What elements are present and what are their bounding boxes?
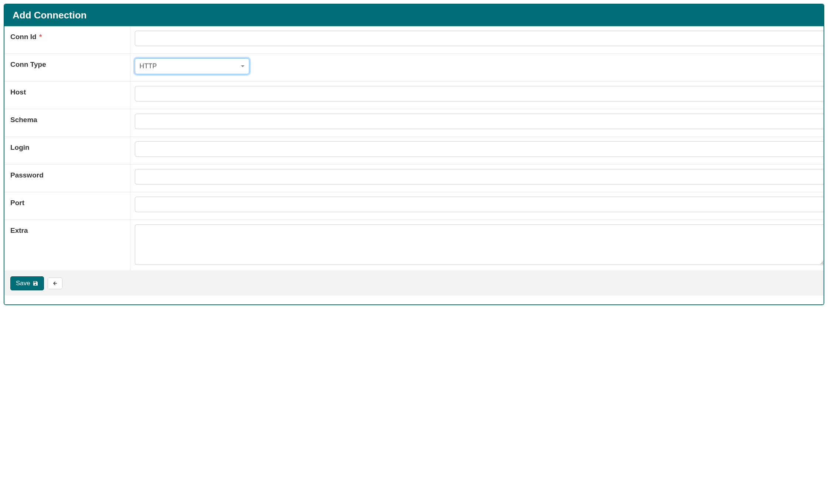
row-login: Login bbox=[4, 137, 824, 165]
save-icon bbox=[32, 280, 38, 286]
label-port: Port bbox=[4, 192, 130, 220]
cell-password-input bbox=[130, 165, 824, 192]
schema-input[interactable] bbox=[135, 114, 824, 129]
label-conn-type: Conn Type bbox=[4, 54, 130, 82]
label-schema: Schema bbox=[4, 109, 130, 137]
label-conn-id: Conn Id * bbox=[4, 26, 130, 54]
panel-title: Add Connection bbox=[4, 4, 824, 26]
required-indicator: * bbox=[39, 33, 42, 41]
row-host: Host bbox=[4, 82, 824, 109]
save-button-label: Save bbox=[16, 280, 30, 287]
footer-spacer bbox=[4, 296, 824, 304]
save-button[interactable]: Save bbox=[10, 276, 44, 290]
row-port: Port bbox=[4, 192, 824, 220]
back-button[interactable] bbox=[48, 277, 62, 289]
row-schema: Schema bbox=[4, 109, 824, 137]
cell-login-input bbox=[130, 137, 824, 165]
host-input[interactable] bbox=[135, 86, 824, 101]
chevron-down-icon bbox=[241, 65, 244, 67]
label-conn-id-text: Conn Id bbox=[10, 33, 37, 41]
row-extra: Extra bbox=[4, 220, 824, 271]
password-input[interactable] bbox=[135, 169, 824, 184]
form-table: Conn Id * Conn Type HTTP Host Schem bbox=[4, 26, 824, 271]
conn-type-select[interactable]: HTTP bbox=[135, 58, 249, 74]
conn-type-selected-text: HTTP bbox=[140, 62, 157, 70]
cell-port-input bbox=[130, 192, 824, 220]
extra-textarea[interactable] bbox=[135, 224, 824, 265]
label-host: Host bbox=[4, 82, 130, 109]
row-conn-type: Conn Type HTTP bbox=[4, 54, 824, 82]
cell-host-input bbox=[130, 82, 824, 109]
add-connection-panel: Add Connection Conn Id * Conn Type HTTP … bbox=[4, 4, 824, 305]
row-password: Password bbox=[4, 165, 824, 192]
label-extra: Extra bbox=[4, 220, 130, 271]
cell-conn-type-input: HTTP bbox=[130, 54, 824, 82]
arrow-left-icon bbox=[52, 281, 58, 286]
cell-extra-input bbox=[130, 220, 824, 271]
label-password: Password bbox=[4, 165, 130, 192]
row-conn-id: Conn Id * bbox=[4, 26, 824, 54]
panel-footer: Save bbox=[4, 271, 824, 296]
conn-id-input[interactable] bbox=[135, 31, 824, 46]
label-login: Login bbox=[4, 137, 130, 165]
cell-schema-input bbox=[130, 109, 824, 137]
cell-conn-id-input bbox=[130, 26, 824, 54]
port-input[interactable] bbox=[135, 197, 824, 212]
login-input[interactable] bbox=[135, 141, 824, 157]
